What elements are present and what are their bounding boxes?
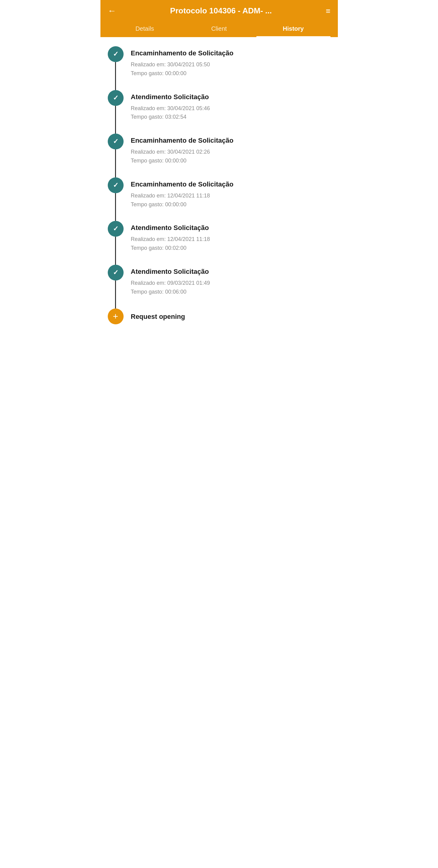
event-tempo: Tempo gasto: 00:00:00 bbox=[131, 200, 330, 209]
timeline-dot-check: ✓ bbox=[108, 265, 124, 280]
header-top: ← Protocolo 104306 - ADM- ... ≡ bbox=[108, 6, 330, 21]
timeline-connector bbox=[115, 237, 116, 265]
menu-button[interactable]: ≡ bbox=[326, 7, 330, 15]
event-title: Encaminhamento de Solicitação bbox=[131, 49, 330, 57]
event-realizado: Realizado em: 09/03/2021 01:49 bbox=[131, 279, 330, 287]
timeline-container: ✓ Encaminhamento de Solicitação Realizad… bbox=[100, 37, 338, 337]
event-tempo: Tempo gasto: 00:00:00 bbox=[131, 69, 330, 78]
event-tempo: Tempo gasto: 00:00:00 bbox=[131, 156, 330, 165]
event-tempo: Tempo gasto: 00:02:00 bbox=[131, 244, 330, 252]
tabs-container: Details Client History bbox=[108, 21, 330, 37]
timeline-connector bbox=[115, 149, 116, 177]
timeline-connector bbox=[115, 62, 116, 90]
list-item: ✓ Atendimento Solicitação Realizado em: … bbox=[108, 90, 330, 134]
event-title: Request opening bbox=[131, 313, 330, 321]
list-item: + Request opening bbox=[108, 309, 330, 324]
timeline-connector bbox=[115, 193, 116, 221]
timeline-connector bbox=[115, 106, 116, 134]
timeline-dot-check: ✓ bbox=[108, 133, 124, 149]
page-title: Protocolo 104306 - ADM- ... bbox=[121, 6, 321, 16]
timeline-dot-plus: + bbox=[108, 309, 124, 324]
event-realizado: Realizado em: 30/04/2021 05:50 bbox=[131, 60, 330, 69]
event-realizado: Realizado em: 12/04/2021 11:18 bbox=[131, 191, 330, 200]
timeline-connector bbox=[115, 280, 116, 309]
tab-details[interactable]: Details bbox=[108, 21, 182, 37]
tab-history[interactable]: History bbox=[256, 21, 330, 37]
event-tempo: Tempo gasto: 00:06:00 bbox=[131, 287, 330, 296]
list-item: ✓ Encaminhamento de Solicitação Realizad… bbox=[108, 177, 330, 221]
list-item: ✓ Atendimento Solicitação Realizado em: … bbox=[108, 221, 330, 265]
event-realizado: Realizado em: 12/04/2021 11:18 bbox=[131, 235, 330, 244]
event-title: Encaminhamento de Solicitação bbox=[131, 136, 330, 145]
event-title: Atendimento Solicitação bbox=[131, 93, 330, 101]
event-realizado: Realizado em: 30/04/2021 02:26 bbox=[131, 148, 330, 156]
list-item: ✓ Encaminhamento de Solicitação Realizad… bbox=[108, 46, 330, 90]
app-container: ← Protocolo 104306 - ADM- ... ≡ Details … bbox=[100, 0, 338, 337]
timeline-dot-check: ✓ bbox=[108, 177, 124, 193]
list-item: ✓ Encaminhamento de Solicitação Realizad… bbox=[108, 133, 330, 177]
timeline-list: ✓ Encaminhamento de Solicitação Realizad… bbox=[108, 46, 330, 324]
event-title: Encaminhamento de Solicitação bbox=[131, 180, 330, 188]
event-title: Atendimento Solicitação bbox=[131, 224, 330, 232]
timeline-dot-check: ✓ bbox=[108, 90, 124, 106]
header: ← Protocolo 104306 - ADM- ... ≡ Details … bbox=[100, 0, 338, 37]
tab-client[interactable]: Client bbox=[182, 21, 256, 37]
event-title: Atendimento Solicitação bbox=[131, 268, 330, 276]
timeline-dot-check: ✓ bbox=[108, 221, 124, 237]
back-button[interactable]: ← bbox=[108, 7, 116, 15]
list-item: ✓ Atendimento Solicitação Realizado em: … bbox=[108, 265, 330, 309]
event-realizado: Realizado em: 30/04/2021 05:46 bbox=[131, 104, 330, 113]
timeline-dot-check: ✓ bbox=[108, 46, 124, 62]
event-tempo: Tempo gasto: 03:02:54 bbox=[131, 113, 330, 121]
